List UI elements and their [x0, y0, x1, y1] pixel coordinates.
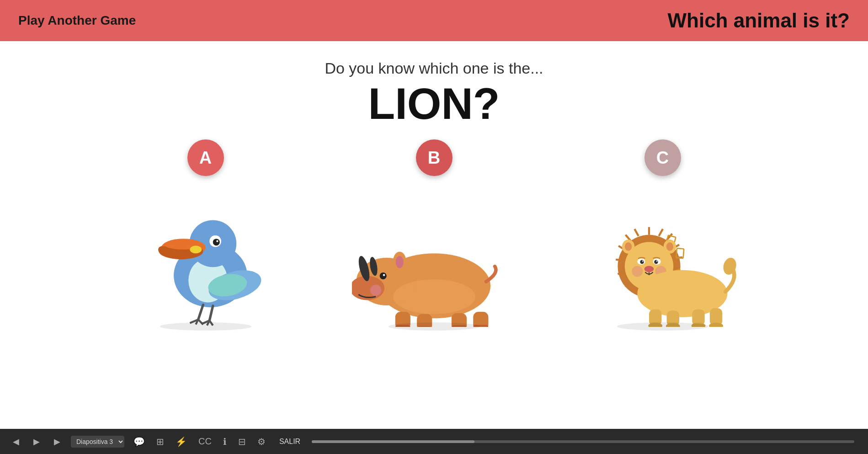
salir-button[interactable]: SALIR: [279, 438, 300, 446]
play-button[interactable]: ▶: [30, 435, 43, 449]
svg-line-54: [634, 229, 639, 236]
animal-toucan: [119, 181, 293, 327]
svg-point-70: [644, 266, 654, 272]
caption-icon[interactable]: CC: [196, 436, 214, 447]
grid-icon[interactable]: ⊞: [154, 436, 166, 447]
svg-point-72: [632, 266, 643, 277]
svg-point-68: [654, 260, 658, 264]
lightning-icon[interactable]: ⚡: [173, 436, 189, 447]
header: Play Another Game Which animal is it?: [0, 0, 868, 41]
game-title: Which animal is it?: [668, 9, 850, 32]
prev-button[interactable]: ◀: [9, 435, 23, 449]
svg-point-44: [393, 279, 475, 314]
choice-a[interactable]: A: [110, 139, 302, 331]
shadow-b: [389, 322, 480, 331]
svg-point-45: [370, 284, 381, 296]
svg-point-28: [383, 274, 385, 276]
chat-icon[interactable]: 💬: [131, 436, 147, 447]
badge-a: A: [187, 139, 224, 176]
svg-point-7: [213, 239, 220, 246]
svg-line-12: [198, 305, 203, 320]
main-content: Do you know which one is the... LION? A: [0, 41, 868, 429]
shadow-c: [617, 322, 708, 331]
svg-rect-79: [641, 286, 664, 299]
svg-line-57: [616, 260, 623, 261]
svg-point-8: [216, 240, 218, 242]
animal-lion: [576, 181, 750, 327]
next-button[interactable]: ▶: [50, 435, 64, 449]
svg-line-13: [209, 306, 213, 320]
animal-rhino: [347, 181, 521, 327]
info-icon[interactable]: ℹ: [221, 436, 229, 447]
svg-point-66: [642, 261, 644, 262]
svg-point-76: [624, 242, 631, 251]
svg-point-77: [666, 242, 673, 251]
badge-c: C: [644, 139, 681, 176]
svg-point-69: [656, 261, 657, 262]
question-subtitle: Do you know which one is the...: [325, 59, 543, 77]
choices-row: A: [0, 139, 868, 331]
choice-c[interactable]: C: [567, 139, 759, 331]
svg-line-48: [659, 229, 663, 236]
choice-b[interactable]: B: [338, 139, 530, 331]
play-another-link[interactable]: Play Another Game: [18, 13, 136, 28]
slide-selector[interactable]: Diapositiva 3: [71, 436, 124, 448]
layout-icon[interactable]: ⊟: [236, 436, 248, 447]
settings-icon[interactable]: ⚙: [255, 436, 268, 447]
badge-b: B: [416, 139, 453, 176]
shadow-a: [160, 322, 251, 331]
question-animal: LION?: [368, 82, 500, 126]
progress-bar: [312, 440, 854, 443]
progress-fill: [312, 440, 474, 443]
toolbar: ◀ ▶ ▶ Diapositiva 3 💬 ⊞ ⚡ CC ℹ ⊟ ⚙ SALIR: [0, 429, 868, 454]
svg-point-26: [395, 256, 403, 268]
svg-point-9: [190, 246, 202, 253]
svg-point-65: [640, 260, 644, 264]
svg-point-27: [379, 272, 386, 279]
